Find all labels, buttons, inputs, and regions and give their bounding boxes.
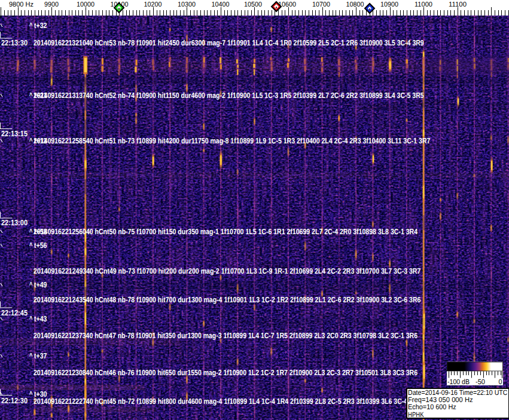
svg-text:20140916221313740 hCnt52 nb-74: 20140916221313740 hCnt52 nb-74 f10900 hi… xyxy=(33,91,424,100)
svg-text:t+37: t+37 xyxy=(34,351,47,360)
svg-text:22:13:30: 22:13:30 xyxy=(1,38,28,47)
svg-text:22:12:45: 22:12:45 xyxy=(1,308,28,317)
svg-text:11100: 11100 xyxy=(449,1,467,8)
svg-text:20140916221222740 hCnt45 nb-72: 20140916221222740 hCnt45 nb-72 f10899 hi… xyxy=(33,397,420,406)
svg-text:HPHK: HPHK xyxy=(408,410,424,419)
svg-text:t+58: t+58 xyxy=(34,227,47,236)
svg-text:-100 dB: -100 dB xyxy=(447,378,470,386)
svg-text:20140916221243540 hCnt48 nb-78: 20140916221243540 hCnt48 nb-78 f10900 hi… xyxy=(33,295,420,304)
svg-text:10300: 10300 xyxy=(178,1,196,8)
svg-text:^: ^ xyxy=(29,91,33,100)
svg-text:22:13:15: 22:13:15 xyxy=(1,129,28,138)
svg-text:^: ^ xyxy=(29,351,33,360)
svg-text:10400: 10400 xyxy=(212,1,230,8)
svg-text:t+32: t+32 xyxy=(34,21,47,30)
svg-text:20140916221258540 hCnt51 nb-73: 20140916221258540 hCnt51 nb-73 f10899 hi… xyxy=(33,136,430,145)
svg-text:22:13:00: 22:13:00 xyxy=(1,218,28,227)
svg-text:^: ^ xyxy=(29,314,33,323)
svg-text:t+30: t+30 xyxy=(34,390,47,398)
svg-text:9800 Hz: 9800 Hz xyxy=(9,1,33,8)
svg-text:10500: 10500 xyxy=(244,1,262,8)
svg-text:9900: 9900 xyxy=(44,1,59,8)
svg-text:20140916221237340 hCnt47 nb-78: 20140916221237340 hCnt47 nb-78 f10901 hi… xyxy=(33,331,417,340)
svg-text:^: ^ xyxy=(29,390,33,398)
svg-text:^: ^ xyxy=(29,227,33,236)
svg-text:0: 0 xyxy=(499,378,502,386)
svg-text:t+43: t+43 xyxy=(34,314,47,323)
svg-text:10000: 10000 xyxy=(77,1,95,8)
svg-text:20140916221230840 hCnt46 nb-76: 20140916221230840 hCnt46 nb-76 f10900 hi… xyxy=(33,368,417,377)
svg-text:t+56: t+56 xyxy=(34,241,47,250)
svg-text:^: ^ xyxy=(29,136,33,145)
svg-text:20140916221249340 hCnt49 nb-73: 20140916221249340 hCnt49 nb-73 f10700 hi… xyxy=(33,266,420,275)
svg-text:^: ^ xyxy=(29,21,33,30)
svg-text:10200: 10200 xyxy=(144,1,162,8)
svg-text:10900: 10900 xyxy=(380,1,398,8)
svg-text:t+21: t+21 xyxy=(34,91,47,100)
svg-text:20140916221256040 hCnt50 nb-75: 20140916221256040 hCnt50 nb-75 f10700 hi… xyxy=(33,227,418,236)
svg-text:-50: -50 xyxy=(476,378,485,386)
svg-text:t+13: t+13 xyxy=(34,136,47,145)
svg-text:^: ^ xyxy=(29,280,33,289)
svg-text:10700: 10700 xyxy=(312,1,330,8)
svg-text:11000: 11000 xyxy=(414,1,432,8)
svg-text:22:12:30: 22:12:30 xyxy=(1,396,28,405)
svg-text:20140916221321040 hCnt53 nb-78: 20140916221321040 hCnt53 nb-78 f10901 hi… xyxy=(33,38,424,47)
svg-text:t+49: t+49 xyxy=(34,280,47,289)
svg-text:^: ^ xyxy=(29,241,33,250)
svg-text:10800: 10800 xyxy=(346,1,364,8)
